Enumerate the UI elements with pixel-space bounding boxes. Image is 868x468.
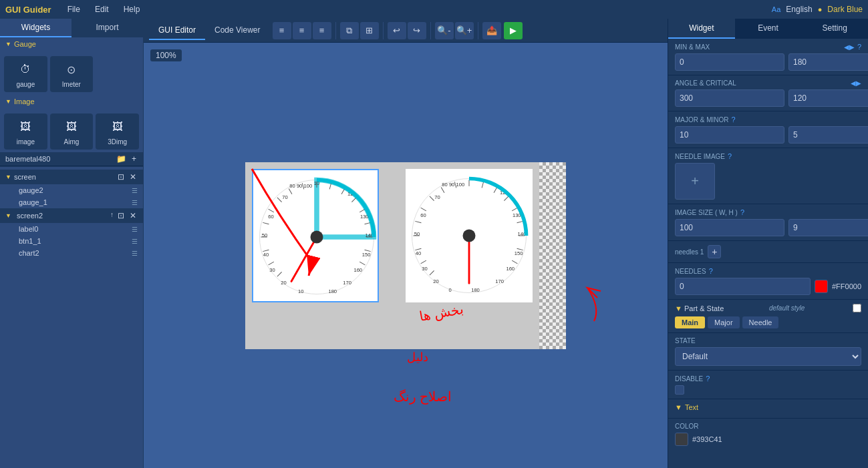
layer-item-gauge1[interactable]: gauge_1 ☰ <box>0 196 143 208</box>
add-needle-btn[interactable]: + <box>708 245 721 258</box>
right-tab-bar: Widget Event Setting <box>668 19 868 39</box>
text-collapse[interactable]: ▼ Text <box>675 403 861 411</box>
align-center-btn[interactable]: ≡ <box>293 22 311 39</box>
state-select[interactable]: Default <box>675 347 861 366</box>
needle-image-upload[interactable]: + <box>675 163 715 200</box>
delete-screen2-btn[interactable]: ✕ <box>128 211 138 220</box>
min-input[interactable] <box>675 53 784 71</box>
state-tab-needle[interactable]: Needle <box>742 316 779 328</box>
svg-text:160: 160 <box>353 267 362 273</box>
state-tabs: Main Major Needle <box>675 316 861 328</box>
layer-panel: ▼ screen ⊡ ✕ gauge2 ☰ gauge_1 ☰ ▼ screen… <box>0 166 143 468</box>
menu-file[interactable]: File <box>61 3 87 15</box>
angle-input[interactable] <box>675 89 784 107</box>
state-tab-major[interactable]: Major <box>708 316 740 328</box>
major-input[interactable] <box>675 126 784 144</box>
undo-btn[interactable]: ↩ <box>388 22 406 39</box>
disable-checkbox[interactable] <box>675 385 684 395</box>
zoom-out-btn[interactable]: 🔍- <box>435 22 454 39</box>
left-panel: Widgets Import Gauge ⏱ gauge ⊙ lmeter Im… <box>0 19 144 468</box>
img-height-input[interactable] <box>788 219 868 236</box>
needle-image-section: NEEDLE IMAGE ? + <box>668 148 868 204</box>
minor-input[interactable] <box>788 126 868 144</box>
tab-code-viewer[interactable]: Code Viewer <box>205 21 269 40</box>
screen-header: ▼ screen ⊡ ✕ <box>0 170 143 184</box>
screen-name[interactable]: screen <box>14 173 36 181</box>
part-state-header: ▼ Part & State default style <box>675 304 861 312</box>
redo-btn[interactable]: ↪ <box>408 22 426 39</box>
add-file-btn[interactable]: + <box>130 154 138 164</box>
tab-import[interactable]: Import <box>71 19 143 37</box>
needles-row: needles 1 + <box>675 245 861 258</box>
tab-widget[interactable]: Widget <box>668 19 735 39</box>
file-actions: 📁 + <box>115 154 138 164</box>
align-right-btn[interactable]: ≡ <box>313 22 331 39</box>
widget-aimg[interactable]: 🖼 Aimg <box>50 113 94 150</box>
needles-section-label: NEEDLES ? <box>675 267 861 275</box>
section-gauge[interactable]: Gauge <box>0 37 143 51</box>
svg-text:20: 20 <box>281 280 286 286</box>
top-menu-bar: GUI Guider File Edit Help Aa English ● D… <box>0 0 868 19</box>
menu-help[interactable]: Help <box>117 3 147 15</box>
critical-input[interactable] <box>788 89 868 107</box>
section-image[interactable]: Image <box>0 95 143 108</box>
svg-text:40: 40 <box>263 251 269 257</box>
needle-image-help[interactable]: ? <box>728 152 732 160</box>
needle-value-input[interactable] <box>675 278 811 295</box>
svg-text:0: 0 <box>448 286 451 292</box>
menu-edit[interactable]: Edit <box>88 3 116 15</box>
default-style-checkbox[interactable] <box>853 304 861 312</box>
language-selector[interactable]: English <box>786 5 812 14</box>
delete-screen-btn[interactable]: ✕ <box>128 172 138 182</box>
tab-setting[interactable]: Setting <box>801 19 868 39</box>
gauge-selected-container[interactable]: 10 120 130 140 150 160 170 180 10 20 30 … <box>252 169 379 302</box>
align-left-btn[interactable]: ≡ <box>273 22 291 39</box>
state-tab-main[interactable]: Main <box>675 316 705 328</box>
tab-event[interactable]: Event <box>735 19 802 39</box>
widget-lmeter[interactable]: ⊙ lmeter <box>50 56 94 92</box>
svg-text:80 90 100: 80 90 100 <box>442 181 464 187</box>
gauge-icon: ⏱ <box>16 60 35 79</box>
tab-gui-editor[interactable]: GUI Editor <box>149 21 205 40</box>
gauge-right-container[interactable]: 120 130 140 150 160 170 180 0 20 30 40 5… <box>406 169 533 302</box>
screen2-name[interactable]: screen2 <box>17 212 43 220</box>
widget-gauge[interactable]: ⏱ gauge <box>4 56 47 92</box>
aimg-icon: 🖼 <box>62 118 81 136</box>
theme-selector[interactable]: Dark Blue <box>827 5 863 14</box>
color-swatch[interactable] <box>675 433 688 446</box>
needles-help[interactable]: ? <box>709 267 713 275</box>
zoom-label: 100% <box>150 49 182 61</box>
new-file-btn[interactable]: 📁 <box>115 154 128 164</box>
widget-image[interactable]: 🖼 image <box>4 113 47 150</box>
view-btn1[interactable]: ⧉ <box>340 22 359 39</box>
export-btn[interactable]: 📤 <box>482 22 501 39</box>
major-minor-inputs <box>675 126 861 144</box>
run-btn[interactable]: ▶ <box>504 22 523 39</box>
svg-text:150: 150 <box>515 250 523 256</box>
needle-color-swatch[interactable] <box>815 280 828 293</box>
layer-item-chart2[interactable]: chart2 ☰ <box>0 247 143 259</box>
copy-screen2-btn[interactable]: ⊡ <box>116 211 126 220</box>
3dimg-icon: 🖼 <box>108 118 127 136</box>
layer-item-btn1[interactable]: btn1_1 ☰ <box>0 235 143 247</box>
right-panel: Widget Event Setting MIN & MAX ◀▶ ? ANGL… <box>668 19 868 468</box>
min-max-help[interactable]: ? <box>857 43 861 51</box>
disable-help[interactable]: ? <box>706 375 710 383</box>
up-btn[interactable]: ↑ <box>110 211 114 220</box>
editor-tabs: GUI Editor Code Viewer <box>149 21 270 40</box>
widget-3dimg[interactable]: 🖼 3Dimg <box>96 113 139 150</box>
image-size-help[interactable]: ? <box>740 208 744 216</box>
major-minor-help[interactable]: ? <box>732 115 736 124</box>
layer-item-label0[interactable]: label0 ☰ <box>0 223 143 235</box>
view-btn2[interactable]: ⊞ <box>360 22 379 39</box>
copy-screen-btn[interactable]: ⊡ <box>116 172 126 182</box>
gauge-widget-grid: ⏱ gauge ⊙ lmeter <box>0 51 143 95</box>
img-width-input[interactable] <box>675 219 784 236</box>
svg-text:170: 170 <box>495 278 504 284</box>
max-input[interactable] <box>788 53 868 71</box>
angle-critical-inputs <box>675 89 861 107</box>
layer-item-gauge2[interactable]: gauge2 ☰ <box>0 184 143 196</box>
tab-widgets[interactable]: Widgets <box>0 19 71 37</box>
image-size-label: IMAGE SIZE ( W, H ) ? <box>675 208 861 216</box>
zoom-in-btn[interactable]: 🔍+ <box>455 22 474 39</box>
